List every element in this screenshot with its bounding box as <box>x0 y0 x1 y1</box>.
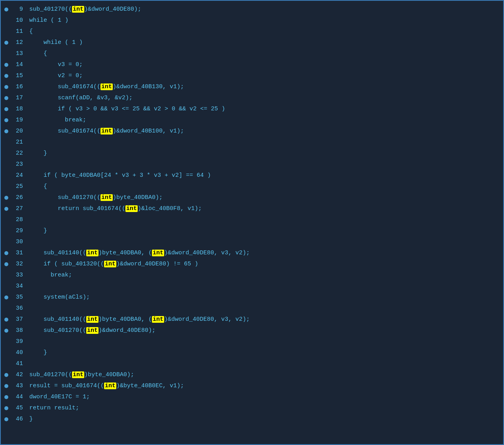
line-number: 42 <box>12 370 26 379</box>
code-line: 29 } <box>1 225 503 237</box>
breakpoint-dot[interactable] <box>1 406 12 410</box>
breakpoint-dot[interactable] <box>1 417 12 421</box>
code-line: 36 <box>1 303 503 314</box>
line-content: break; <box>26 271 503 280</box>
code-line: 33 break; <box>1 270 503 281</box>
line-content: if ( byte_40DBA0[24 * v3 + 3 * v3 + v2] … <box>26 171 503 180</box>
line-number: 35 <box>12 293 26 302</box>
code-line: 42sub_401270((int)byte_40DBA0); <box>1 369 503 381</box>
line-content: { <box>26 49 503 58</box>
line-content: } <box>26 348 503 357</box>
line-content: } <box>26 415 503 424</box>
line-number: 46 <box>12 415 26 424</box>
code-line: 23 <box>1 159 503 170</box>
line-content: system(aCls); <box>26 293 503 302</box>
line-content: sub_401270((int)byte_40DBA0); <box>26 370 503 379</box>
breakpoint-dot[interactable] <box>1 251 12 255</box>
code-line: 40 } <box>1 347 503 358</box>
line-content: scanf(aDD, &v3, &v2); <box>26 93 503 102</box>
breakpoint-dot[interactable] <box>1 384 12 388</box>
line-content: if ( sub_401320((int)&dword_40DE80) != 6… <box>26 259 503 269</box>
breakpoint-dot[interactable] <box>1 395 12 399</box>
line-number: 40 <box>12 348 26 357</box>
line-number: 22 <box>12 149 26 158</box>
line-content: sub_401270((int)&dword_40DE80); <box>26 5 503 14</box>
line-content: break; <box>26 116 503 125</box>
line-number: 17 <box>12 93 26 102</box>
code-line: 22 } <box>1 148 503 159</box>
line-number: 30 <box>12 237 26 246</box>
code-line: 27 return sub_401674((int)&loc_40B0F8, v… <box>1 203 503 214</box>
breakpoint-dot[interactable] <box>1 129 12 133</box>
breakpoint-dot[interactable] <box>1 85 12 89</box>
code-line: 15 v2 = 0; <box>1 70 503 81</box>
line-number: 19 <box>12 116 26 125</box>
code-line: 25 { <box>1 181 503 192</box>
code-line: 16 sub_401674((int)&dword_40B130, v1); <box>1 81 503 93</box>
breakpoint-dot[interactable] <box>1 74 12 78</box>
line-number: 23 <box>12 160 26 169</box>
line-number: 11 <box>12 27 26 36</box>
code-line: 9sub_401270((int)&dword_40DE80); <box>1 4 503 15</box>
code-line: 21 <box>1 137 503 148</box>
line-number: 37 <box>12 315 26 324</box>
line-number: 32 <box>12 259 26 269</box>
line-number: 25 <box>12 182 26 191</box>
line-number: 24 <box>12 171 26 180</box>
line-number: 26 <box>12 193 26 202</box>
breakpoint-dot[interactable] <box>1 262 12 266</box>
code-line: 37 sub_401140((int)byte_40DBA0, (int)&dw… <box>1 314 503 325</box>
code-line: 38 sub_401270((int)&dword_40DE80); <box>1 325 503 336</box>
breakpoint-dot[interactable] <box>1 207 12 211</box>
code-line: 39 <box>1 336 503 347</box>
breakpoint-dot[interactable] <box>1 8 12 11</box>
code-line: 11{ <box>1 26 503 37</box>
line-content: v2 = 0; <box>26 71 503 80</box>
code-line: 14 v3 = 0; <box>1 59 503 70</box>
code-line: 46} <box>1 414 503 425</box>
code-line: 43result = sub_401674((int)&byte_40B0EC,… <box>1 381 503 392</box>
code-line: 20 sub_401674((int)&dword_40B100, v1); <box>1 126 503 137</box>
line-content: } <box>26 226 503 235</box>
code-line: 34 <box>1 281 503 292</box>
line-content: sub_401140((int)byte_40DBA0, (int)&dword… <box>26 248 503 258</box>
line-content: v3 = 0; <box>26 60 503 69</box>
line-number: 44 <box>12 392 26 401</box>
line-content: sub_401270((int)byte_40DBA0); <box>26 193 503 202</box>
breakpoint-dot[interactable] <box>1 329 12 333</box>
line-number: 39 <box>12 337 26 346</box>
code-line: 10while ( 1 ) <box>1 15 503 26</box>
code-line: 19 break; <box>1 115 503 126</box>
code-line: 12 while ( 1 ) <box>1 37 503 48</box>
breakpoint-dot[interactable] <box>1 373 12 377</box>
code-line: 31 sub_401140((int)byte_40DBA0, (int)&dw… <box>1 248 503 259</box>
line-number: 20 <box>12 127 26 136</box>
breakpoint-dot[interactable] <box>1 196 12 200</box>
line-content: } <box>26 149 503 158</box>
line-number: 18 <box>12 104 26 114</box>
breakpoint-dot[interactable] <box>1 118 12 122</box>
code-line: 45return result; <box>1 403 503 414</box>
code-line: 17 scanf(aDD, &v3, &v2); <box>1 93 503 104</box>
line-content: dword_40E17C = 1; <box>26 392 503 401</box>
line-number: 9 <box>12 5 26 14</box>
breakpoint-dot[interactable] <box>1 96 12 100</box>
code-line: 41 <box>1 358 503 369</box>
line-content: sub_401140((int)byte_40DBA0, (int)&dword… <box>26 315 503 324</box>
line-number: 16 <box>12 82 26 91</box>
line-number: 28 <box>12 215 26 224</box>
breakpoint-dot[interactable] <box>1 63 12 67</box>
breakpoint-dot[interactable] <box>1 295 12 299</box>
line-content: if ( v3 > 0 && v3 <= 25 && v2 > 0 && v2 … <box>26 104 503 114</box>
breakpoint-dot[interactable] <box>1 107 12 111</box>
line-number: 41 <box>12 359 26 368</box>
breakpoint-dot[interactable] <box>1 41 12 45</box>
line-number: 34 <box>12 282 26 291</box>
line-number: 12 <box>12 38 26 47</box>
line-number: 10 <box>12 16 26 25</box>
code-line: 24 if ( byte_40DBA0[24 * v3 + 3 * v3 + v… <box>1 170 503 181</box>
breakpoint-dot[interactable] <box>1 318 12 322</box>
code-container: 9sub_401270((int)&dword_40DE80);10while … <box>0 0 504 445</box>
line-content: sub_401674((int)&dword_40B130, v1); <box>26 82 503 91</box>
code-line: 26 sub_401270((int)byte_40DBA0); <box>1 192 503 203</box>
